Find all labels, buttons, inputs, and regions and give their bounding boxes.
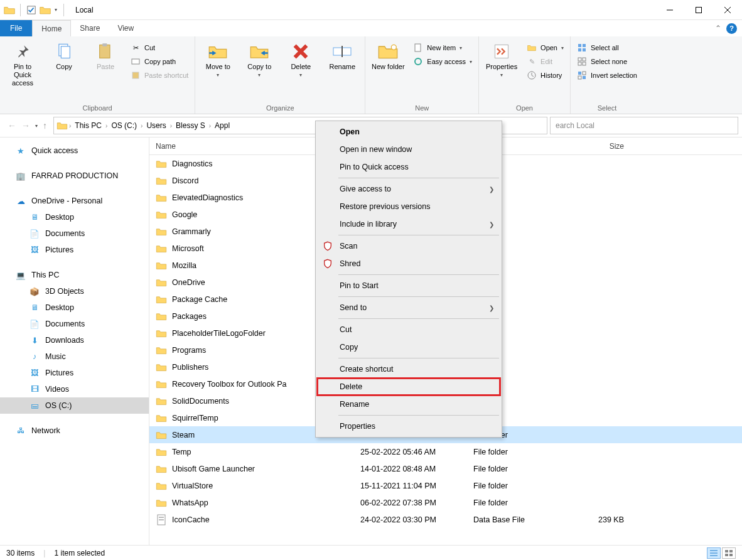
crumb[interactable]: OS (C:) — [109, 121, 139, 130]
nav-farrad[interactable]: 🏢FARRAD PRODUCTION — [0, 168, 149, 184]
ctx-open-new-window[interactable]: Open in new window — [317, 141, 500, 158]
up-button[interactable]: ↑ — [43, 121, 47, 131]
svg-rect-37 — [729, 550, 733, 552]
edit-button[interactable]: ✎Edit — [524, 55, 566, 68]
crumb[interactable]: Appl — [212, 121, 232, 130]
ctx-include-library[interactable]: Include in library❯ — [317, 215, 500, 233]
details-view-button[interactable] — [707, 547, 721, 559]
svg-rect-10 — [132, 72, 139, 78]
icons-view-button[interactable] — [722, 547, 736, 559]
nav-documents[interactable]: 📄Documents — [0, 225, 149, 242]
easy-access-button[interactable]: Easy access▾ — [411, 55, 475, 68]
ribbon-group-organize: Move to▾ Copy to▾ Delete▾ Rename Organiz… — [195, 36, 365, 114]
nav-3d-objects[interactable]: 📦3D Objects — [0, 283, 149, 299]
ctx-send-to[interactable]: Send to❯ — [317, 299, 500, 316]
nav-this-pc[interactable]: 💻This PC — [0, 267, 149, 283]
copy-to-button[interactable]: Copy to▾ — [240, 39, 278, 81]
back-button[interactable]: ← — [8, 121, 16, 131]
rename-icon — [332, 41, 352, 62]
properties-button[interactable]: Properties▾ — [483, 39, 520, 81]
nav-onedrive[interactable]: ☁OneDrive - Personal — [0, 193, 149, 209]
move-to-button[interactable]: Move to▾ — [199, 39, 237, 81]
file-row[interactable]: IconCache24-02-2022 03:30 PMData Base Fi… — [149, 511, 742, 528]
qat-folder-icon[interactable] — [40, 4, 51, 16]
new-folder-button[interactable]: New folder — [369, 39, 407, 73]
minimize-button[interactable] — [655, 0, 684, 20]
ctx-properties[interactable]: Properties — [317, 417, 500, 435]
ctx-restore[interactable]: Restore previous versions — [317, 198, 500, 215]
file-row[interactable]: Ubisoft Game Launcher14-01-2022 08:48 AM… — [149, 460, 742, 477]
column-size[interactable]: Size — [561, 142, 630, 151]
new-item-button[interactable]: New item▾ — [411, 41, 475, 54]
ctx-create-shortcut[interactable]: Create shortcut — [317, 360, 500, 378]
select-none-button[interactable]: Select none — [574, 55, 640, 68]
svg-rect-28 — [578, 76, 581, 79]
maximize-button[interactable] — [684, 0, 713, 20]
open-button[interactable]: Open▾ — [524, 41, 566, 54]
search-input[interactable]: earch Local — [550, 117, 738, 134]
home-tab[interactable]: Home — [32, 20, 71, 36]
nav-documents2[interactable]: 📄Documents — [0, 316, 149, 332]
file-row[interactable]: Temp25-02-2022 05:46 AMFile folder — [149, 443, 742, 460]
downloads-icon: ⬇ — [29, 335, 40, 346]
desktop-icon: 🖥 — [29, 302, 40, 313]
copy-path-icon — [131, 57, 141, 67]
cut-button[interactable]: ✂Cut — [128, 41, 191, 54]
crumb[interactable]: Users — [144, 121, 168, 130]
ctx-give-access[interactable]: Give access to❯ — [317, 180, 500, 198]
history-button[interactable]: History — [524, 69, 566, 82]
ctx-delete[interactable]: Delete — [317, 378, 500, 396]
paste-button[interactable]: Paste — [87, 39, 124, 73]
file-name: Discord — [172, 176, 198, 185]
close-button[interactable] — [713, 0, 742, 20]
separator — [338, 296, 499, 297]
crumb[interactable]: This PC — [72, 121, 104, 130]
forward-button[interactable]: → — [21, 121, 30, 131]
ctx-cut[interactable]: Cut — [317, 321, 500, 338]
svg-rect-36 — [725, 550, 728, 552]
item-count: 30 items — [6, 549, 35, 557]
paste-shortcut-button[interactable]: Paste shortcut — [128, 69, 191, 82]
nav-quick-access[interactable]: ★Quick access — [0, 143, 149, 159]
select-all-button[interactable]: Select all — [574, 41, 640, 54]
ctx-pin-quick[interactable]: Pin to Quick access — [317, 158, 500, 176]
share-tab[interactable]: Share — [71, 20, 109, 36]
column-name[interactable]: Name — [156, 142, 176, 151]
view-tab[interactable]: View — [109, 20, 142, 36]
pin-to-quick-access-button[interactable]: Pin to Quick access — [4, 39, 41, 90]
help-icon[interactable]: ? — [726, 23, 737, 34]
ctx-open[interactable]: Open — [317, 123, 500, 141]
nav-desktop2[interactable]: 🖥Desktop — [0, 299, 149, 316]
file-row[interactable]: WhatsApp06-02-2022 07:38 PMFile folder — [149, 494, 742, 511]
invert-selection-button[interactable]: Invert selection — [574, 69, 640, 82]
nav-desktop[interactable]: 🖥Desktop — [0, 209, 149, 225]
checkbox-icon[interactable] — [26, 4, 37, 16]
delete-button[interactable]: Delete▾ — [282, 39, 320, 81]
nav-downloads[interactable]: ⬇Downloads — [0, 332, 149, 348]
ctx-shred[interactable]: Shred — [317, 255, 500, 272]
ctx-pin-start[interactable]: Pin to Start — [317, 277, 500, 294]
nav-pictures[interactable]: 🖼Pictures — [0, 242, 149, 258]
file-tab[interactable]: File — [0, 20, 32, 36]
qat-dropdown-icon[interactable]: ▾ — [53, 7, 58, 13]
history-dropdown-icon[interactable]: ▾ — [35, 123, 38, 129]
file-row[interactable]: VirtualStore15-11-2021 11:04 PMFile fold… — [149, 477, 742, 494]
svg-rect-14 — [415, 44, 421, 51]
nav-os-c[interactable]: 🖴OS (C:) — [0, 397, 149, 414]
nav-music[interactable]: ♪Music — [0, 348, 149, 365]
nav-pictures2[interactable]: 🖼Pictures — [0, 365, 149, 381]
copy-path-button[interactable]: Copy path — [128, 55, 191, 68]
file-name: Grammarly — [172, 227, 211, 236]
ctx-copy[interactable]: Copy — [317, 338, 500, 356]
ctx-scan[interactable]: Scan — [317, 237, 500, 255]
rename-button[interactable]: Rename — [323, 39, 361, 73]
crumb[interactable]: Blessy S — [173, 121, 208, 130]
ctx-rename[interactable]: Rename — [317, 396, 500, 413]
nav-network[interactable]: 🖧Network — [0, 423, 149, 439]
copy-button[interactable]: Copy — [45, 39, 83, 73]
folder-icon — [156, 209, 167, 220]
context-menu: Open Open in new window Pin to Quick acc… — [315, 121, 502, 438]
shield-icon — [322, 258, 333, 269]
collapse-ribbon-icon[interactable]: ⌃ — [715, 24, 721, 33]
nav-videos[interactable]: 🎞Videos — [0, 381, 149, 397]
